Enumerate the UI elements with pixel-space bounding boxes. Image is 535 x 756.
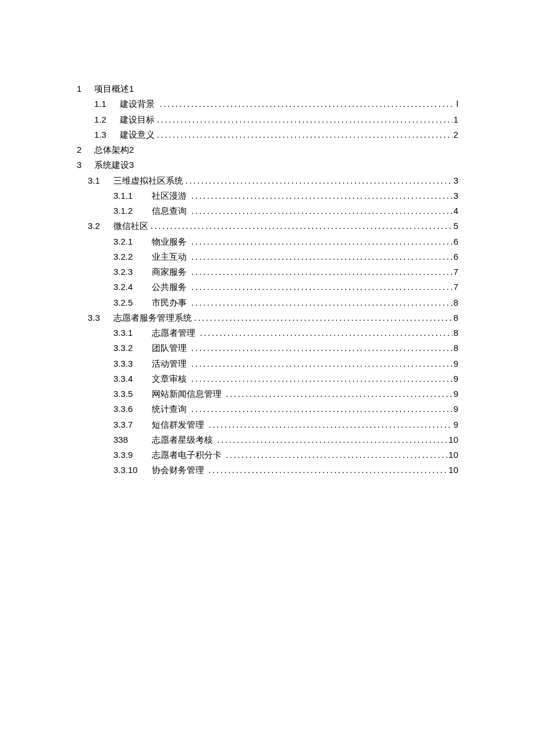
- toc-page: 3: [129, 157, 134, 173]
- toc-row: 1.3建设意义2: [77, 127, 458, 142]
- toc-page: 7: [452, 264, 458, 280]
- toc-row: 3.3.4文章审核9: [77, 371, 458, 386]
- toc-row: 3.3.5网站新闻信息管理9: [77, 386, 458, 402]
- toc-page: 3: [452, 188, 458, 203]
- toc-title: 总体架构: [94, 142, 129, 157]
- toc-number: 3.3.4: [113, 371, 152, 386]
- toc-title: 物业服务: [152, 234, 187, 249]
- toc-number: 3.3: [88, 310, 113, 325]
- toc-page: 4: [452, 203, 458, 218]
- toc-page: 10: [448, 432, 458, 447]
- toc-row: 1.1建设背景l: [77, 96, 458, 112]
- toc-title: 信息查询: [152, 203, 187, 218]
- toc-leader: [189, 280, 452, 295]
- toc-row: 3.1.1社区漫游3: [77, 188, 458, 203]
- toc-page: 9: [452, 386, 458, 402]
- toc-title: 项目概述: [94, 81, 129, 96]
- toc-leader: [189, 356, 452, 371]
- table-of-contents: 1项目概述11.1建设背景l1.2建设目标11.3建设意义22总体架构23系统建…: [77, 81, 458, 478]
- toc-page: 3: [452, 173, 458, 188]
- toc-number: 3.2.3: [113, 264, 152, 280]
- toc-leader: [189, 264, 452, 280]
- toc-number: 3.3.6: [113, 402, 152, 417]
- toc-page: 1: [129, 81, 134, 96]
- toc-number: 2: [77, 142, 94, 157]
- toc-page: 9: [452, 402, 458, 417]
- toc-row: 3.3.7短信群发管理9: [77, 417, 458, 432]
- toc-row: 338志愿者星级考核10: [77, 432, 458, 447]
- toc-leader: [189, 341, 452, 356]
- toc-row: 1项目概述1: [77, 81, 458, 96]
- toc-number: 3.3.7: [113, 417, 152, 432]
- toc-number: 1.2: [94, 112, 120, 127]
- toc-number: 3.3.3: [113, 356, 152, 371]
- toc-number: 3.3.1: [113, 325, 152, 341]
- toc-number: 1.1: [94, 96, 120, 112]
- toc-title: 微信社区: [113, 218, 148, 234]
- toc-title: 协会财务管理: [152, 463, 204, 478]
- toc-page: 8: [452, 325, 458, 341]
- toc-leader: [215, 432, 449, 447]
- toc-leader: [189, 402, 452, 417]
- toc-leader: [189, 371, 452, 386]
- toc-number: 3.2.4: [113, 280, 152, 295]
- toc-row: 3.2.1物业服务6: [77, 234, 458, 249]
- toc-page: 9: [452, 417, 458, 432]
- toc-row: 3.2.3商家服务7: [77, 264, 458, 280]
- toc-row: 3.2.2业主互动6: [77, 249, 458, 264]
- toc-row: 3.1三维虚拟社区系统3: [77, 173, 458, 188]
- toc-title: 建设意义: [120, 127, 155, 142]
- toc-number: 3.1.2: [113, 203, 152, 218]
- toc-page: 6: [452, 249, 458, 264]
- toc-number: 3: [77, 157, 94, 173]
- toc-title: 公共服务: [152, 280, 187, 295]
- toc-page: 9: [452, 371, 458, 386]
- toc-title: 建设背景: [120, 96, 155, 112]
- toc-leader: [155, 127, 452, 142]
- toc-title: 业主互动: [152, 249, 187, 264]
- toc-title: 团队管理: [152, 341, 187, 356]
- toc-leader: [192, 310, 452, 325]
- toc-row: 3.1.2信息查询4: [77, 203, 458, 218]
- toc-number: 3.3.2: [113, 341, 152, 356]
- toc-page: 8: [452, 310, 458, 325]
- toc-title: 文章审核: [152, 371, 187, 386]
- toc-row: 2总体架构2: [77, 142, 458, 157]
- toc-page: 2: [129, 142, 134, 157]
- toc-row: 3.2.5市民办事8: [77, 295, 458, 310]
- toc-number: 3.1: [88, 173, 113, 188]
- toc-row: 3.2微信社区5: [77, 218, 458, 234]
- toc-number: 3.3.9: [113, 447, 152, 463]
- toc-page: 2: [452, 127, 458, 142]
- toc-number: 3.3.10: [113, 463, 152, 478]
- toc-leader: [198, 325, 452, 341]
- toc-leader: [148, 218, 452, 234]
- toc-leader: [155, 112, 452, 127]
- toc-title: 短信群发管理: [152, 417, 204, 432]
- toc-leader: [206, 417, 452, 432]
- toc-row: 3系统建设3: [77, 157, 458, 173]
- toc-title: 建设目标: [120, 112, 155, 127]
- toc-page: 8: [452, 341, 458, 356]
- toc-title: 志愿者服务管理系统: [113, 310, 192, 325]
- toc-number: 3.3.5: [113, 386, 152, 402]
- toc-leader: [183, 173, 452, 188]
- toc-title: 活动管理: [152, 356, 187, 371]
- toc-number: 1: [77, 81, 94, 96]
- toc-title: 商家服务: [152, 264, 187, 280]
- toc-number: 3.2: [88, 218, 113, 234]
- toc-page: l: [452, 96, 458, 112]
- toc-page: 7: [452, 280, 458, 295]
- toc-row: 1.2建设目标1: [77, 112, 458, 127]
- toc-row: 3.3.1志愿者管理8: [77, 325, 458, 341]
- toc-page: 9: [452, 356, 458, 371]
- toc-number: 3.2.2: [113, 249, 152, 264]
- toc-row: 3.3.2团队管理8: [77, 341, 458, 356]
- toc-leader: [189, 249, 452, 264]
- toc-number: 3.1.1: [113, 188, 152, 203]
- toc-leader: [189, 295, 452, 310]
- toc-number: 3.2.1: [113, 234, 152, 249]
- toc-title: 市民办事: [152, 295, 187, 310]
- toc-number: 1.3: [94, 127, 120, 142]
- toc-leader: [206, 463, 448, 478]
